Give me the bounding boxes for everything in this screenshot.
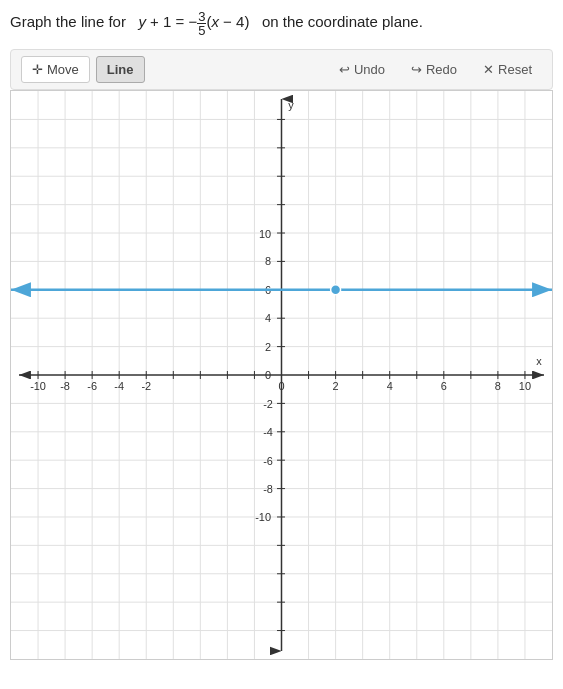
- reset-button[interactable]: ✕ Reset: [473, 57, 542, 82]
- reset-label: Reset: [498, 62, 532, 77]
- undo-label: Undo: [354, 62, 385, 77]
- svg-text:-6: -6: [263, 455, 273, 467]
- line-point[interactable]: [331, 285, 341, 295]
- svg-text:4: 4: [265, 312, 271, 324]
- svg-text:0: 0: [278, 380, 284, 392]
- graph-container[interactable]: -10 -8 -6 -4 -2 0 2 4 6 8 10 0 2 4 6 8 1…: [10, 90, 553, 660]
- svg-text:-8: -8: [263, 483, 273, 495]
- reset-icon: ✕: [483, 62, 494, 77]
- instruction-text: Graph the line for y + 1 = −35(x − 4) on…: [10, 10, 553, 37]
- instruction-suffix: on the coordinate plane.: [262, 13, 423, 30]
- coordinate-plane[interactable]: -10 -8 -6 -4 -2 0 2 4 6 8 10 0 2 4 6 8 1…: [11, 91, 552, 659]
- svg-text:8: 8: [495, 380, 501, 392]
- svg-text:-10: -10: [30, 380, 46, 392]
- x-axis-label: x: [536, 355, 542, 367]
- svg-text:0: 0: [265, 369, 271, 381]
- undo-button[interactable]: ↩ Undo: [329, 57, 395, 82]
- redo-button[interactable]: ↪ Redo: [401, 57, 467, 82]
- toolbar: ✛ Move Line ↩ Undo ↪ Redo ✕ Reset: [10, 49, 553, 90]
- svg-text:2: 2: [265, 341, 271, 353]
- svg-text:10: 10: [259, 228, 271, 240]
- move-label: Move: [47, 62, 79, 77]
- svg-text:-8: -8: [60, 380, 70, 392]
- svg-text:2: 2: [333, 380, 339, 392]
- y-axis-label: y: [288, 99, 294, 111]
- svg-text:-4: -4: [114, 380, 124, 392]
- line-label: Line: [107, 62, 134, 77]
- move-button[interactable]: ✛ Move: [21, 56, 90, 83]
- line-button[interactable]: Line: [96, 56, 145, 83]
- move-icon: ✛: [32, 62, 43, 77]
- svg-text:-2: -2: [263, 398, 273, 410]
- undo-icon: ↩: [339, 62, 350, 77]
- redo-icon: ↪: [411, 62, 422, 77]
- svg-text:4: 4: [387, 380, 393, 392]
- redo-label: Redo: [426, 62, 457, 77]
- instruction-prefix: Graph the line for: [10, 13, 126, 30]
- svg-text:10: 10: [519, 380, 531, 392]
- svg-text:-2: -2: [141, 380, 151, 392]
- svg-text:-4: -4: [263, 426, 273, 438]
- svg-text:8: 8: [265, 255, 271, 267]
- svg-text:6: 6: [441, 380, 447, 392]
- equation: y + 1 = −35(x − 4): [138, 13, 253, 30]
- svg-text:-10: -10: [255, 511, 271, 523]
- svg-text:-6: -6: [87, 380, 97, 392]
